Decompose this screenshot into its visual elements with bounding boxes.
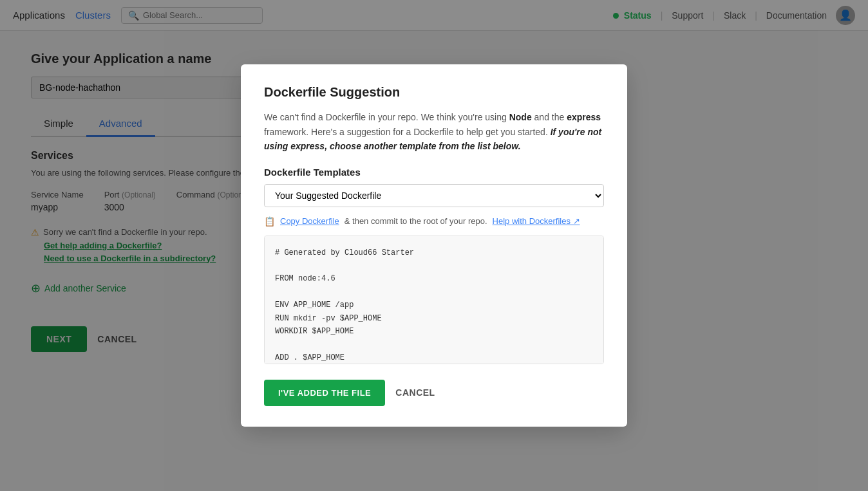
dockerfile-template-select[interactable]: Your Suggested DockerfileNode.jsRuby on … — [264, 184, 604, 207]
copy-dockerfile-link[interactable]: Copy Dockerfile — [280, 216, 339, 226]
dockerfile-suggestion-modal: Dockerfile Suggestion We can't find a Do… — [241, 64, 627, 372]
modal-title: Dockerfile Suggestion — [264, 85, 604, 100]
templates-title: Dockerfile Templates — [264, 167, 604, 178]
modal-description: We can't find a Dockerfile in your repo.… — [264, 110, 604, 153]
copy-text: & then commit to the root of your repo. — [344, 216, 487, 226]
copy-icon: 📋 — [264, 216, 275, 227]
dockerfile-code-block: # Generated by Cloud66 Starter FROM node… — [264, 236, 604, 364]
help-dockerfiles-link[interactable]: Help with Dockerfiles ↗ — [493, 216, 580, 226]
modal-overlay: Dockerfile Suggestion We can't find a Do… — [0, 0, 868, 373]
copy-row: 📋 Copy Dockerfile & then commit to the r… — [264, 216, 604, 227]
